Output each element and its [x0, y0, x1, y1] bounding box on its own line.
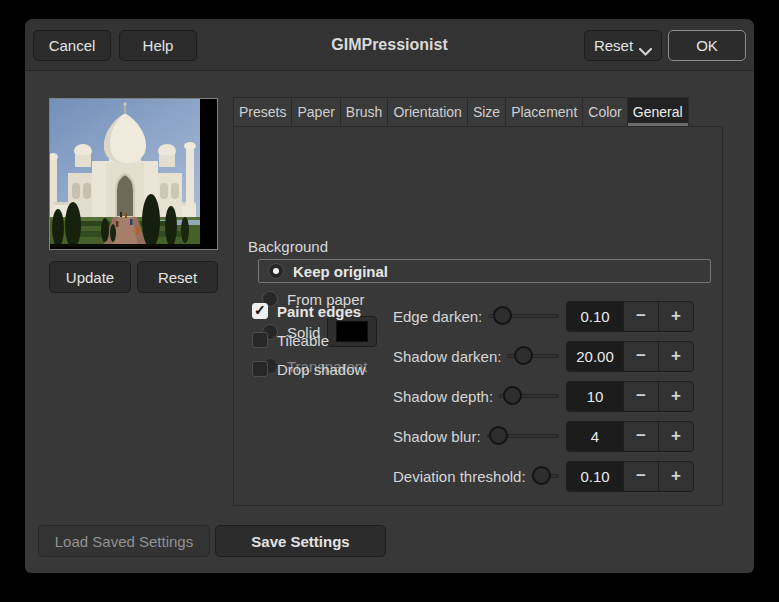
update-button[interactable]: Update — [49, 261, 131, 293]
slider-knob[interactable] — [532, 466, 551, 485]
value-entry[interactable]: 20.00 — [567, 342, 623, 371]
increment-icon[interactable]: + — [658, 382, 693, 411]
slider-label: Shadow depth: — [393, 388, 493, 405]
tab-brush[interactable]: Brush — [340, 97, 389, 127]
deviation-threshold-slider[interactable] — [532, 465, 559, 487]
shadow-depth-spinbutton: 10 − + — [566, 381, 694, 412]
decrement-icon[interactable]: − — [623, 302, 658, 331]
edge-darken-row: Edge darken: 0.10 − + — [393, 298, 694, 334]
chevron-down-icon — [639, 42, 652, 50]
shadow-blur-row: Shadow blur: 4 − + — [393, 418, 694, 454]
shadow-darken-spinbutton: 20.00 − + — [566, 341, 694, 372]
slider-knob[interactable] — [493, 306, 512, 325]
checkbox-icon — [252, 303, 268, 319]
increment-icon[interactable]: + — [658, 302, 693, 331]
color-swatch — [336, 321, 368, 342]
checkbox-tileable[interactable]: Tileable — [252, 331, 329, 349]
help-button[interactable]: Help — [119, 30, 197, 61]
decrement-icon[interactable]: − — [623, 462, 658, 491]
slider-label: Edge darken: — [393, 308, 482, 325]
settings-notebook: Presets Paper Brush Orientation Size Pla… — [233, 97, 723, 506]
tab-presets[interactable]: Presets — [233, 97, 292, 127]
ok-button[interactable]: OK — [668, 30, 746, 61]
value-entry[interactable]: 10 — [567, 382, 623, 411]
radio-label: Keep original — [293, 263, 388, 280]
slider-knob[interactable] — [514, 346, 533, 365]
background-section-title: Background — [248, 238, 328, 255]
tab-placement[interactable]: Placement — [505, 97, 583, 127]
slider-knob[interactable] — [489, 426, 508, 445]
reset-button-label: Reset — [594, 37, 633, 54]
cancel-button[interactable]: Cancel — [33, 30, 111, 61]
shadow-darken-slider[interactable] — [507, 345, 559, 367]
value-entry[interactable]: 0.10 — [567, 302, 623, 331]
value-entry[interactable]: 4 — [567, 422, 623, 451]
shadow-blur-slider[interactable] — [487, 425, 559, 447]
preview-image — [49, 98, 218, 250]
decrement-icon[interactable]: − — [623, 342, 658, 371]
slider-knob[interactable] — [503, 386, 522, 405]
taj-mahal-illustration — [50, 99, 200, 247]
checkbox-label: Paint edges — [277, 303, 361, 320]
shadow-blur-spinbutton: 4 − + — [566, 421, 694, 452]
header-bar: GIMPressionist Cancel Help Reset OK — [25, 19, 754, 71]
edge-darken-spinbutton: 0.10 − + — [566, 301, 694, 332]
slider-label: Deviation threshold: — [393, 468, 526, 485]
shadow-darken-row: Shadow darken: 20.00 − + — [393, 338, 694, 374]
gimpressionist-dialog: GIMPressionist Cancel Help Reset OK — [25, 19, 754, 573]
load-saved-settings-button: Load Saved Settings — [38, 525, 210, 557]
slider-label: Shadow blur: — [393, 428, 481, 445]
shadow-depth-slider[interactable] — [499, 385, 559, 407]
checkbox-label: Tileable — [277, 332, 329, 349]
radio-icon — [268, 263, 284, 279]
tab-color[interactable]: Color — [582, 97, 627, 127]
checkbox-icon — [252, 332, 268, 348]
tab-size[interactable]: Size — [467, 97, 506, 127]
save-settings-button[interactable]: Save Settings — [215, 525, 386, 557]
tab-paper[interactable]: Paper — [291, 97, 340, 127]
decrement-icon[interactable]: − — [623, 422, 658, 451]
tab-bar: Presets Paper Brush Orientation Size Pla… — [233, 97, 689, 127]
value-entry[interactable]: 0.10 — [567, 462, 623, 491]
decrement-icon[interactable]: − — [623, 382, 658, 411]
solid-color-button[interactable] — [327, 316, 377, 347]
shadow-depth-row: Shadow depth: 10 − + — [393, 378, 694, 414]
preview-reset-button[interactable]: Reset — [137, 261, 218, 293]
reset-dropdown-button[interactable]: Reset — [584, 30, 662, 61]
deviation-threshold-spinbutton: 0.10 − + — [566, 461, 694, 492]
edge-darken-slider[interactable] — [488, 305, 559, 327]
increment-icon[interactable]: + — [658, 462, 693, 491]
deviation-threshold-row: Deviation threshold: 0.10 − + — [393, 458, 694, 494]
checkbox-drop-shadow[interactable]: Drop shadow — [252, 360, 365, 378]
checkbox-icon — [252, 361, 268, 377]
radio-keep-original[interactable]: Keep original — [258, 259, 711, 283]
slider-label: Shadow darken: — [393, 348, 501, 365]
checkbox-paint-edges[interactable]: Paint edges — [252, 302, 361, 320]
increment-icon[interactable]: + — [658, 422, 693, 451]
increment-icon[interactable]: + — [658, 342, 693, 371]
checkbox-label: Drop shadow — [277, 361, 365, 378]
tab-general[interactable]: General — [627, 97, 689, 127]
tab-orientation[interactable]: Orientation — [387, 97, 467, 127]
